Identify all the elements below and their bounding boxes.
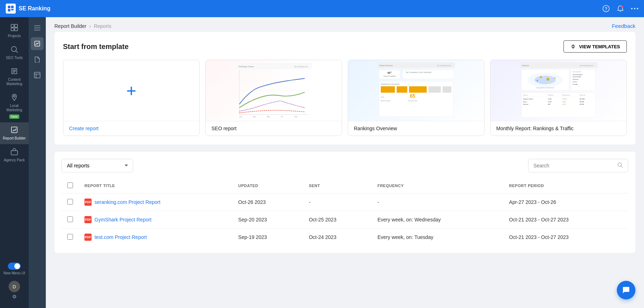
templates-grid: + Create report Rankings Charts @ serank… [63,60,627,136]
view-templates-label: VIEW TEMPLATES [579,44,620,49]
svg-text:United Kingdom: United Kingdom [573,74,583,75]
topbar: SE Ranking ? [0,0,644,17]
reports-filter-select[interactable]: All reports Sent reports Scheduled repor… [62,159,133,172]
sub-icon-reports[interactable] [31,37,44,50]
user-avatar-area[interactable]: D ⚙ [9,278,20,302]
svg-text:?: ? [605,6,607,11]
create-card-preview: + [63,60,199,121]
template-card-seo-report[interactable]: Rankings Charts @ seranking.com [205,60,342,136]
sub-icon-menu[interactable] [31,21,44,34]
row-title[interactable]: test.com Project Report [94,234,147,240]
row-period: Oct-21 2023 - Oct-27 2023 [503,229,628,246]
new-menu-toggle[interactable]: New Menu UI [1,260,28,278]
svg-text:+12.4%: +12.4% [562,98,567,100]
svg-text:$5,200: $5,200 [580,101,584,103]
breadcrumb-parent[interactable]: Report Builder [54,23,87,29]
svg-rect-12 [11,28,14,31]
svg-point-59 [546,78,549,80]
table-header-updated: UPDATED [233,178,303,194]
template-card-rankings-overview[interactable]: Project Summary @ seranking.com 92° Sear… [348,60,484,136]
svg-rect-13 [15,28,18,31]
svg-text:Month changes: Month changes [381,100,390,102]
row-checkbox-cell [62,229,79,246]
svg-point-15 [14,96,15,97]
row-checkbox-cell [62,194,79,211]
report-builder-label: Report Builder [3,136,26,141]
svg-rect-17 [11,151,18,155]
svg-text:+5.1%: +5.1% [562,103,566,105]
svg-rect-44 [397,86,408,93]
row-updated: Oct-26 2023 [233,194,303,211]
svg-point-57 [535,76,556,84]
svg-text:Distribution of keywords: Distribution of keywords [381,83,400,85]
sidebar-item-local-marketing[interactable]: Local Marketing New [0,90,29,122]
row-checkbox[interactable] [67,199,73,205]
agency-pack-icon [10,148,18,157]
notifications-button[interactable] [617,5,624,12]
table-header-period: REPORT PERIOD [503,178,628,194]
svg-text:Rankings Charts: Rankings Charts [239,65,254,68]
chat-button[interactable] [617,281,635,299]
breadcrumb: Report Builder › Reports [54,23,111,29]
reports-table: REPORT TITLE UPDATED SENT FREQUENCY [62,178,628,246]
seo-report-label: SEO report [206,121,342,136]
row-sent: Oct-24 2023 [303,229,372,246]
logo-icon [6,4,16,14]
svg-text:Sep: Sep [294,116,298,118]
svg-point-14 [11,47,16,52]
app-logo[interactable]: SE Ranking [6,4,50,14]
sidebar-item-seo-tools[interactable]: SEO Tools [0,42,29,64]
svg-text:Project Summary: Project Summary [379,65,393,67]
more-options-button[interactable] [631,8,638,9]
feedback-button[interactable]: Feedback [612,23,635,29]
pdf-icon: PDF [84,234,92,241]
svg-text:Organic Search: Organic Search [523,98,533,100]
sidebar-item-projects[interactable]: Projects [0,20,29,42]
svg-rect-46 [429,86,441,93]
table-row: PDF GymShark Project Report Sep-20 2023 … [62,211,628,229]
search-input[interactable] [533,163,614,168]
templates-title: Start from template [63,43,128,51]
svg-text:2.8%: 2.8% [381,96,384,98]
svg-point-60 [554,77,556,78]
row-checkbox-cell [62,211,79,229]
row-period: Apr-27 2023 - Oct-26 [503,194,628,211]
row-title[interactable]: seranking.com Project Report [94,199,160,205]
svg-text:Germany: Germany [573,78,579,80]
svg-rect-47 [443,86,452,93]
search-icon [617,162,623,169]
svg-text:4,234: 4,234 [548,98,552,100]
svg-text:France: France [573,81,577,83]
layout: Projects SEO Tools Content Marketing [0,17,644,308]
sub-icon-template[interactable] [31,69,44,82]
svg-rect-19 [34,72,40,78]
sidebar-item-report-builder[interactable]: Report Builder [0,122,29,144]
svg-text:Total keywords: Total keywords [408,100,417,102]
svg-rect-11 [15,24,18,27]
pdf-icon: PDF [84,199,92,206]
rankings-overview-preview: Project Summary @ seranking.com 92° Sear… [348,60,484,121]
sidebar-item-content-marketing[interactable]: Content Marketing [0,64,29,90]
template-card-create[interactable]: + Create report [63,60,200,136]
svg-text:United States: United States [573,76,581,78]
breadcrumb-separator: › [89,23,91,29]
help-button[interactable]: ? [602,5,610,12]
svg-text:@ seranking.com: @ seranking.com [437,65,451,67]
template-card-monthly-report[interactable]: Audience @ seranking.com [490,60,627,136]
sidebar-item-agency-pack[interactable]: Agency Pack [0,144,29,166]
row-title[interactable]: GymShark Project Report [94,217,152,223]
main-content: Report Builder › Reports Feedback Start … [46,17,644,308]
svg-text:$12,440: $12,440 [580,98,585,100]
table-row: PDF seranking.com Project Report Oct-26 … [62,194,628,211]
toggle-switch-indicator [8,263,21,270]
agency-pack-label: Agency Pack [4,158,25,162]
pdf-icon: PDF [84,216,92,223]
svg-rect-3 [11,9,14,10]
svg-text:65: 65 [410,93,415,99]
select-all-checkbox[interactable] [67,182,73,188]
sub-icon-page[interactable] [31,53,44,66]
svg-rect-0 [8,6,10,8]
row-checkbox[interactable] [67,234,73,240]
view-templates-button[interactable]: VIEW TEMPLATES [564,40,627,53]
row-checkbox[interactable] [67,216,73,222]
